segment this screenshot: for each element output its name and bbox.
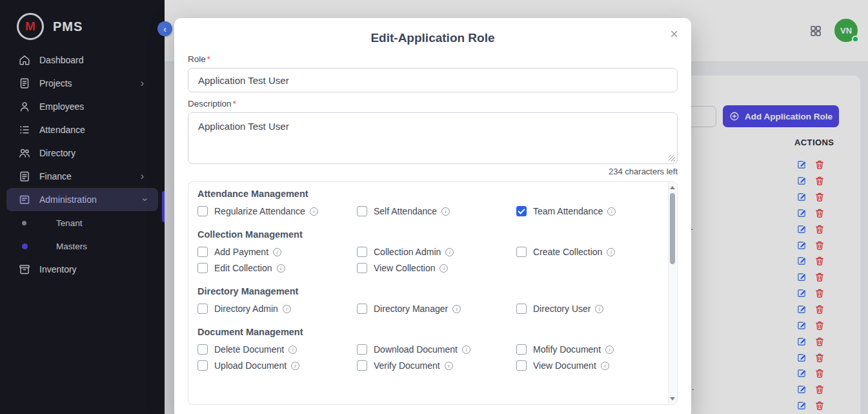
permission-team-attendance[interactable]: Team Attendance i [516, 206, 658, 216]
checkbox[interactable] [197, 360, 208, 371]
permission-label: Verify Document [374, 360, 440, 371]
app-root: VN Add Application Role ACTIONS [0, 0, 868, 414]
permission-label: Directory User [533, 304, 590, 314]
checkbox[interactable] [197, 206, 208, 216]
permission-view-document[interactable]: View Document i [516, 360, 658, 371]
info-icon[interactable]: i [462, 346, 470, 354]
permission-grid: Regularize Attendance i Self Attendance … [197, 206, 658, 216]
info-icon[interactable]: i [439, 264, 448, 273]
permission-label: Directory Manager [374, 304, 448, 314]
checkbox[interactable] [516, 304, 527, 314]
checkbox[interactable] [357, 263, 367, 273]
permission-download-document[interactable]: Download Document i [357, 344, 516, 355]
description-label-text: Description [188, 99, 232, 109]
permission-label: Self Attendance [374, 206, 437, 216]
permission-label: View Document [533, 360, 596, 371]
info-icon[interactable]: i [452, 305, 461, 313]
permission-upload-document[interactable]: Upload Document i [197, 360, 357, 371]
info-icon[interactable]: i [601, 362, 609, 370]
info-icon[interactable]: i [310, 207, 318, 216]
modal-title: Edit-Application Role [188, 31, 678, 45]
permission-label: Delete Document [214, 344, 284, 355]
permission-label: View Collection [374, 263, 435, 273]
permission-self-attendance[interactable]: Self Attendance i [357, 206, 516, 216]
description-textarea[interactable]: Application Test User [188, 112, 678, 164]
permission-create-collection[interactable]: Create Collection i [516, 247, 658, 257]
checkbox[interactable] [357, 247, 367, 257]
checkbox[interactable] [516, 206, 527, 216]
permission-section-document: Document Management Delete Document i Do… [197, 327, 658, 371]
info-icon[interactable]: i [445, 248, 454, 256]
role-label-text: Role [188, 54, 206, 64]
permission-regularize-attendance[interactable]: Regularize Attendance i [197, 206, 357, 216]
checkbox[interactable] [516, 360, 527, 371]
permission-mofify-document[interactable]: Mofify Document i [516, 344, 658, 355]
permission-view-collection[interactable]: View Collection i [357, 263, 516, 273]
info-icon[interactable]: i [607, 248, 615, 256]
permission-label: Create Collection [533, 247, 602, 257]
section-title: Attendance Management [197, 189, 658, 199]
close-icon[interactable]: × [667, 25, 681, 44]
role-input[interactable] [188, 68, 678, 92]
checkbox[interactable] [357, 360, 367, 371]
required-marker: * [207, 54, 210, 64]
checkbox[interactable] [516, 247, 527, 257]
checkbox[interactable] [357, 344, 367, 355]
permission-section-collection: Collection Management Add Payment i Coll… [197, 229, 658, 273]
permission-directory-manager[interactable]: Directory Manager i [357, 304, 516, 314]
checkbox[interactable] [197, 344, 208, 355]
info-icon[interactable]: i [445, 362, 453, 370]
permission-section-directory: Directory Management Directory Admin i D… [197, 286, 658, 314]
description-field-label: Description* [188, 99, 678, 109]
permission-label: Collection Admin [374, 247, 441, 257]
info-icon[interactable]: i [605, 346, 614, 354]
permission-label: Upload Document [214, 360, 287, 371]
permission-collection-admin[interactable]: Collection Admin i [357, 247, 516, 257]
checkbox[interactable] [357, 304, 367, 314]
permission-grid: Add Payment i Collection Admin i Create … [197, 247, 658, 273]
info-icon[interactable]: i [273, 248, 281, 256]
permission-label: Directory Admin [214, 304, 278, 314]
checkbox[interactable] [357, 206, 367, 216]
permission-label: Mofify Document [533, 344, 601, 355]
info-icon[interactable]: i [277, 264, 285, 273]
checkbox[interactable] [516, 344, 527, 355]
description-textarea-wrap: Application Test User [188, 112, 678, 164]
checkbox[interactable] [197, 263, 208, 273]
permission-directory-admin[interactable]: Directory Admin i [197, 304, 357, 314]
permission-edit-collection[interactable]: Edit Collection i [197, 263, 357, 273]
permission-add-payment[interactable]: Add Payment i [197, 247, 357, 257]
permission-label: Regularize Attendance [214, 206, 305, 216]
permissions-panel: Attendance Management Regularize Attenda… [188, 181, 678, 405]
required-marker: * [233, 99, 236, 109]
characters-left-counter: 234 characters left [188, 167, 678, 176]
scroll-up-arrow-icon[interactable] [669, 183, 676, 192]
permission-label: Download Document [374, 344, 458, 355]
permission-grid: Directory Admin i Directory Manager i Di… [197, 304, 658, 314]
section-title: Directory Management [197, 286, 658, 296]
info-icon[interactable]: i [288, 346, 297, 354]
edit-application-role-modal: × Edit-Application Role Role* Descriptio… [174, 18, 691, 414]
info-icon[interactable]: i [291, 362, 299, 370]
permission-label: Edit Collection [214, 263, 272, 273]
permission-label: Add Payment [214, 247, 268, 257]
info-icon[interactable]: i [607, 207, 616, 216]
permission-directory-user[interactable]: Directory User i [516, 304, 658, 314]
info-icon[interactable]: i [595, 305, 603, 313]
info-icon[interactable]: i [441, 207, 450, 216]
scroll-down-arrow-icon[interactable] [669, 395, 676, 403]
scrollbar-thumb[interactable] [670, 193, 675, 264]
permission-delete-document[interactable]: Delete Document i [197, 344, 357, 355]
permission-section-attendance: Attendance Management Regularize Attenda… [197, 189, 658, 216]
checkbox[interactable] [197, 247, 208, 257]
checkbox[interactable] [197, 304, 208, 314]
permission-label: Team Attendance [533, 206, 603, 216]
permission-grid: Delete Document i Download Document i Mo… [197, 344, 658, 371]
section-title: Collection Management [197, 229, 658, 240]
section-title: Document Management [197, 327, 658, 337]
info-icon[interactable]: i [283, 305, 291, 313]
panel-scrollbar [668, 183, 676, 404]
role-field-label: Role* [188, 54, 678, 64]
permission-verify-document[interactable]: Verify Document i [357, 360, 516, 371]
